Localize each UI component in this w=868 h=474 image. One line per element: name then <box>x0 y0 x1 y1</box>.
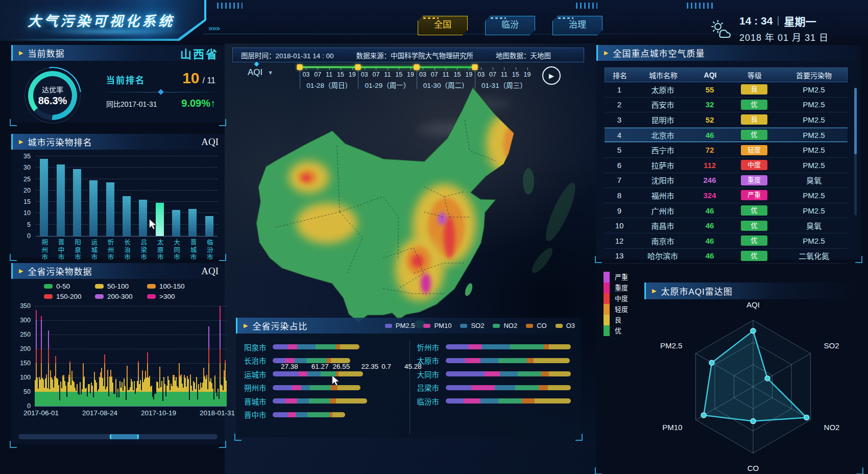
bar-segment <box>544 344 549 349</box>
bar-segment <box>307 412 329 417</box>
timeline-hour[interactable]: 07 <box>314 71 321 78</box>
table-row[interactable]: 1太原市55良PM2.5 <box>605 82 848 98</box>
table-row[interactable]: 7沈阳市246重度臭氧 <box>605 173 848 188</box>
table-header: 排名城市名称AQI等级首要污染物 <box>605 67 848 82</box>
table-row[interactable]: 9广州市46优PM2.5 <box>605 203 848 219</box>
timeline-marker-icon[interactable] <box>414 64 419 70</box>
stacked-bar[interactable] <box>446 358 575 363</box>
stacked-bar[interactable] <box>446 371 575 376</box>
table-row[interactable]: 3昆明市52良PM2.5 <box>605 112 848 128</box>
timeline-marker-icon[interactable] <box>472 64 477 70</box>
timeline-hour[interactable]: 15 <box>337 71 344 78</box>
bar-segment <box>292 385 301 390</box>
timeline-hour[interactable]: 07 <box>489 71 496 78</box>
timeline-hour[interactable]: 07 <box>431 71 438 78</box>
timeline-hour[interactable]: 15 <box>512 71 519 78</box>
timeline-hour[interactable]: 11 <box>501 71 508 78</box>
legend-swatch-icon <box>95 284 104 289</box>
radar-data-point[interactable] <box>701 413 706 418</box>
bar[interactable] <box>205 216 213 236</box>
timeline-hour[interactable]: 11 <box>326 71 332 78</box>
rank-label: 当前排名 <box>106 73 145 86</box>
timeline-hour[interactable]: 03 <box>419 71 426 78</box>
bar[interactable] <box>40 159 48 236</box>
timeline-hour[interactable]: 11 <box>384 71 391 78</box>
timeline-marker-icon[interactable] <box>297 64 303 70</box>
timeline-hour[interactable]: 07 <box>373 71 380 78</box>
bar[interactable] <box>106 182 114 236</box>
nav-button-national[interactable]: 全国 <box>418 16 468 35</box>
table-row[interactable]: 10南昌市46优臭氧 <box>605 218 848 233</box>
basemap-source: 地图数据：天地图 <box>496 50 551 60</box>
table-row[interactable]: 4北京市46优PM2.5 <box>605 128 848 143</box>
x-axis-label: 2017-06-01 <box>23 409 59 417</box>
bar-group <box>36 156 218 236</box>
timeline-day-label: 01-31（周三） <box>475 80 533 90</box>
radar-data-point[interactable] <box>765 376 770 381</box>
timeline-hour[interactable]: 03 <box>361 71 368 78</box>
table-row[interactable]: 8福州市324严重PM2.5 <box>605 188 848 203</box>
nav-button-governance[interactable]: 治理 <box>552 16 602 35</box>
stacked-bar[interactable] <box>273 398 402 404</box>
legend-swatch-icon <box>493 324 500 328</box>
stacked-bar[interactable] <box>446 385 575 390</box>
timeline-hour[interactable]: 15 <box>454 71 461 78</box>
stacked-bar[interactable] <box>273 412 402 417</box>
bar-category-label: 晋城市 <box>188 239 197 262</box>
timeline-hour[interactable]: 19 <box>524 71 531 78</box>
legend-item: 150-200 <box>44 293 95 300</box>
nav-button-linfen[interactable]: 临汾 <box>485 16 535 35</box>
series-scrollbar[interactable] <box>18 434 218 439</box>
radar-data-point[interactable] <box>751 419 756 424</box>
chevron-down-icon: ▼ <box>268 69 273 76</box>
metric-dropdown[interactable]: AQI ▼ <box>248 67 273 78</box>
bar-segment <box>481 344 510 349</box>
bar[interactable] <box>172 210 180 236</box>
table-row[interactable]: 12南京市46优PM2.5 <box>605 233 848 249</box>
bar[interactable] <box>139 200 147 236</box>
stacked-bar[interactable] <box>273 344 402 349</box>
x-axis-label: 2017-08-24 <box>82 409 117 417</box>
timeline-hour[interactable]: 19 <box>349 71 356 78</box>
radar-data-point[interactable] <box>709 360 714 365</box>
timeline-marker-icon[interactable] <box>355 64 361 70</box>
radar-axis-label: SO2 <box>824 341 839 350</box>
radar-data-point[interactable] <box>804 415 809 420</box>
timeline-hour[interactable]: 19 <box>465 71 472 78</box>
bar-segment <box>296 412 308 417</box>
bar-segment <box>332 412 345 417</box>
table-row[interactable]: 2西安市32优PM2.5 <box>605 98 848 113</box>
clock-block: 14 : 34 星期一 2018 年 01 月 31 日 <box>709 13 829 43</box>
stacked-bar[interactable] <box>446 398 575 404</box>
bar-segment <box>285 398 297 404</box>
bar[interactable] <box>188 209 197 236</box>
bar[interactable] <box>123 196 131 236</box>
app-title: 大气污染可视化系统 <box>28 10 175 30</box>
bar-segment <box>273 371 299 376</box>
gauge-value: 86.3% <box>38 95 67 107</box>
panel-aqi-table: ▶ 全国重点城市空气质量 排名城市名称AQI等级首要污染物 1太原市55良PM2… <box>596 45 861 259</box>
bar[interactable] <box>89 180 98 236</box>
stacked-bar[interactable] <box>446 344 575 349</box>
bar[interactable] <box>57 164 65 236</box>
bar-category-label: 吕梁市 <box>138 239 148 262</box>
timeline-progress <box>300 66 475 68</box>
play-button[interactable]: ▶ <box>542 66 561 85</box>
radar-data-point[interactable] <box>751 328 756 334</box>
grade-badge: 中度 <box>741 160 767 170</box>
bar-segment <box>310 385 331 390</box>
timeline-hour[interactable]: 19 <box>407 71 414 78</box>
table-row[interactable]: 6拉萨市112中度PM2.5 <box>605 158 848 173</box>
legend-item: 50-100 <box>95 282 147 290</box>
table-row[interactable]: 5西宁市72轻度PM2.5 <box>605 143 848 158</box>
timeline-hour[interactable]: 11 <box>443 71 449 78</box>
timeline-hour[interactable]: 03 <box>302 71 309 78</box>
timeline-hour[interactable]: 03 <box>477 71 485 78</box>
table-scrollbar[interactable] <box>854 88 857 216</box>
timeline-hour[interactable]: 15 <box>395 71 402 78</box>
compare-value: 9.09%↑ <box>181 98 215 109</box>
weather-icon <box>709 18 732 39</box>
scrollbar-handle[interactable] <box>110 434 139 439</box>
scrollbar-handle[interactable] <box>854 88 857 154</box>
bar[interactable] <box>73 169 81 236</box>
